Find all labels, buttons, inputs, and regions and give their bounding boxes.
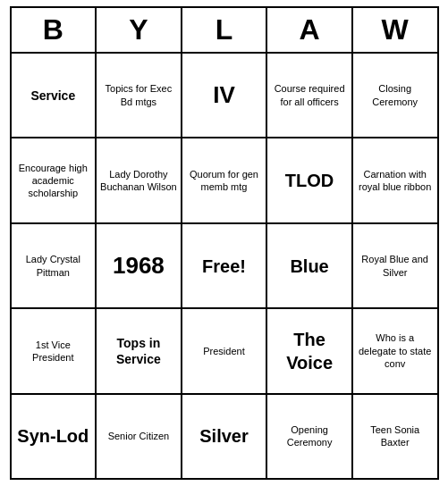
bingo-cell: Topics for Exec Bd mtgs: [97, 54, 182, 137]
bingo-row: Lady Crystal Pittman1968Free!BlueRoyal B…: [12, 224, 437, 309]
bingo-cell: Teen Sonia Baxter: [353, 395, 437, 478]
bingo-header: BYLAW: [12, 8, 437, 54]
bingo-row: ServiceTopics for Exec Bd mtgsIVCourse r…: [12, 54, 437, 138]
bingo-cell: President: [182, 309, 268, 392]
bingo-cell: Carnation with royal blue ribbon: [353, 138, 437, 222]
bingo-grid: ServiceTopics for Exec Bd mtgsIVCourse r…: [12, 54, 437, 478]
bingo-cell: Quorum for gen memb mtg: [182, 138, 268, 222]
header-letter: L: [182, 8, 268, 52]
bingo-cell: Course required for all officers: [267, 54, 353, 137]
bingo-cell: TLOD: [267, 138, 353, 222]
header-letter: A: [267, 8, 353, 52]
bingo-row: Syn-LodSenior CitizenSilverOpening Cerem…: [12, 395, 437, 478]
bingo-cell: Opening Ceremony: [267, 395, 353, 478]
bingo-cell: 1968: [97, 224, 182, 307]
bingo-cell: The Voice: [267, 309, 353, 392]
bingo-cell: Tops in Service: [97, 309, 182, 392]
bingo-cell: IV: [182, 54, 268, 137]
header-letter: W: [353, 8, 437, 52]
header-letter: B: [12, 8, 97, 52]
bingo-cell: Service: [12, 54, 97, 137]
bingo-card: BYLAW ServiceTopics for Exec Bd mtgsIVCo…: [10, 6, 439, 480]
bingo-cell: Free!: [182, 224, 268, 307]
bingo-cell: Blue: [267, 224, 353, 307]
bingo-row: 1st Vice PresidentTops in ServicePreside…: [12, 309, 437, 394]
bingo-cell: 1st Vice President: [12, 309, 97, 392]
bingo-cell: Silver: [182, 395, 268, 478]
bingo-cell: Who is a delegate to state conv: [353, 309, 437, 392]
bingo-cell: Encourage high academic scholarship: [12, 138, 97, 222]
bingo-cell: Syn-Lod: [12, 395, 97, 478]
bingo-cell: Closing Ceremony: [353, 54, 437, 137]
bingo-cell: Royal Blue and Silver: [353, 224, 437, 307]
header-letter: Y: [97, 8, 182, 52]
bingo-cell: Lady Dorothy Buchanan Wilson: [97, 138, 182, 222]
bingo-row: Encourage high academic scholarshipLady …: [12, 138, 437, 223]
bingo-cell: Lady Crystal Pittman: [12, 224, 97, 307]
bingo-cell: Senior Citizen: [97, 395, 182, 478]
